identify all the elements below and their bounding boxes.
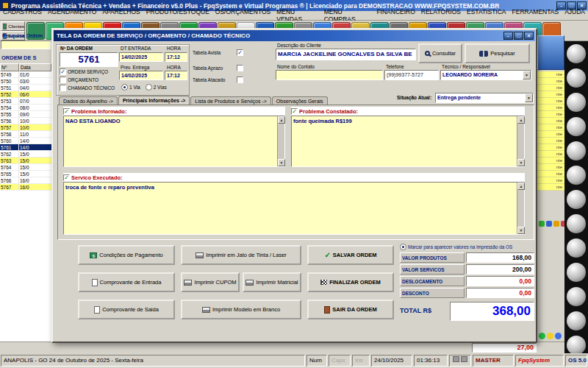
delivery-time-field[interactable]: 17:12 — [165, 71, 187, 80]
phone-field[interactable]: (99)99377-5727 — [384, 70, 439, 80]
scrollbar[interactable]: ▲ ▼ — [517, 183, 524, 234]
technician-select[interactable]: LEONARDO MOREIRA — [440, 70, 531, 80]
order-row-5750[interactable]: 575003/0 — [0, 78, 51, 85]
found-problem-textarea[interactable]: fonte queimada R$199 ▲ ▼ — [291, 116, 525, 167]
scrollbar[interactable]: ▲ ▼ — [517, 116, 524, 166]
order-row-5753[interactable]: 575307/0 — [0, 98, 51, 105]
delivery-date-field[interactable]: 14/02/2025 — [119, 71, 163, 80]
dialog-tab-1[interactable]: Dados do Aparelho -> — [59, 96, 118, 105]
exit-order-button[interactable]: SAIR DA ORDEM — [307, 300, 394, 319]
consult-button[interactable]: Consultar — [418, 43, 462, 63]
order-row-5763[interactable]: 576315/0 — [0, 158, 51, 164]
dialog-minimize-button[interactable]: - — [503, 32, 513, 40]
dialog-tab-2[interactable]: Principais Informações -> — [118, 96, 190, 105]
reported-problem-checkbox[interactable]: ✓ — [63, 108, 70, 115]
entry-time-field[interactable]: 17:12 — [165, 52, 187, 62]
dialog-tab-4[interactable]: Observações Gerais — [272, 96, 328, 105]
contact-name-field[interactable] — [276, 70, 383, 80]
tech-call-checkbox[interactable] — [60, 85, 66, 91]
order-row-5749[interactable]: 574901/0 — [0, 71, 51, 78]
print-coupon-button[interactable]: Imprimir CUPOM — [181, 272, 240, 292]
wholesale-table-checkbox[interactable] — [237, 77, 243, 83]
print-inkjet-button[interactable]: Imprimir em Jato de Tinta / Laser — [181, 245, 301, 265]
order-row-5766[interactable]: 576616/0 — [0, 177, 51, 184]
orders-total-bar: 27,00 — [0, 342, 564, 353]
column-header-num[interactable]: Nº — [0, 63, 19, 71]
order-row-5757[interactable]: 575710/0 — [0, 124, 51, 131]
statusbar: ANAPOLIS - GO 24 de Outubro de 2025 - Se… — [0, 353, 588, 368]
executed-service-checkbox[interactable]: ✓ — [63, 174, 70, 181]
reported-problem-textarea[interactable]: NAO ESTA LIGANDO ▲ ▼ — [63, 116, 285, 167]
exit-receipt-button[interactable]: Comprovante de Saida — [78, 300, 175, 319]
service-order-dialog: TELA DA ORDEM DE SERVIÇO / ORÇAMENTO / C… — [51, 28, 537, 343]
budget-label: ORÇAMENTO — [68, 77, 98, 82]
payment-terms-button[interactable]: $ Condições de Pagamento — [78, 245, 175, 265]
dialog-close-button[interactable]: × — [524, 32, 534, 40]
executed-service-text: troca de fonte e reparo preventiva — [65, 184, 515, 191]
executed-service-textarea[interactable]: troca de fonte e reparo preventiva ▲ ▼ — [63, 182, 525, 235]
technician-dropdown-arrow-icon[interactable]: ▼ — [523, 71, 531, 79]
printer-icon — [245, 280, 254, 286]
order-row-5764[interactable]: 576415/0 — [0, 164, 51, 171]
toolbar-tab-clientes[interactable]: Clientes — [1, 21, 25, 31]
order-row-5762[interactable]: 576215/0 — [0, 151, 51, 158]
order-row-5755[interactable]: 575509/0 — [0, 111, 51, 118]
order-status-cell: nte — [537, 171, 564, 177]
order-row-5767[interactable]: 576716/0 — [0, 184, 51, 191]
magnifier-icon — [425, 51, 430, 56]
one-copy-radio[interactable] — [121, 84, 128, 91]
scroll-up-icon[interactable]: ▲ — [517, 116, 525, 124]
status-icons — [449, 355, 471, 367]
order-row-5765[interactable]: 576515/0 — [0, 171, 51, 177]
order-row-5756[interactable]: 575610/0 — [0, 118, 51, 124]
scroll-up-icon[interactable]: ▲ — [517, 183, 525, 190]
scroll-down-icon[interactable]: ▼ — [278, 159, 285, 166]
order-row-5758[interactable]: 575811/0 — [0, 131, 51, 138]
search-button[interactable]: Pesquisar — [465, 43, 530, 63]
show-values-label: Marcar para aparecer valores na Impressã… — [408, 244, 512, 250]
print-blank-button[interactable]: Imprimir Modelo em Branco — [181, 300, 301, 319]
order-status-cell: nte — [537, 98, 564, 105]
scroll-down-icon[interactable]: ▼ — [517, 159, 525, 166]
menubar: CADASTROSAGENDAMENTOAPARELHOSPRODUTO/EST… — [0, 11, 588, 21]
order-status-cell: nte — [537, 71, 564, 78]
dialog-tabs: Dados do Aparelho ->Principais Informaçõ… — [59, 93, 329, 104]
decoration-ball — [567, 311, 586, 330]
order-row-5761[interactable]: 576114/0 — [0, 144, 51, 151]
dialog-tab-3[interactable]: Lista de Produtos e Serviços -> — [190, 96, 270, 105]
entry-date-field[interactable]: 14/02/2025 — [119, 52, 163, 62]
tech-call-label: CHAMADO TÉCNICO — [68, 85, 115, 91]
order-row-5754[interactable]: 575408/0 — [0, 105, 51, 111]
order-row-5752[interactable]: 575206/0 — [0, 91, 51, 98]
save-order-button[interactable]: ✓ SALVAR ORDEM — [307, 245, 394, 265]
budget-checkbox[interactable] — [60, 77, 66, 83]
column-header-date[interactable]: Data — [19, 63, 51, 71]
dialog-maximize-button[interactable]: □ — [514, 32, 523, 40]
two-copies-radio[interactable] — [146, 84, 152, 91]
current-status-select[interactable]: Entrega pendente — [435, 93, 534, 103]
entry-receipt-button[interactable]: Comprovante de Entrada — [78, 272, 175, 292]
print-inkjet-label: Imprimir em Jato de Tinta / Laser — [206, 252, 287, 258]
cash-table-label: Tabela Avista — [193, 50, 235, 55]
tech-call-checkbox-row: CHAMADO TÉCNICO — [60, 85, 115, 91]
search-orders-input[interactable] — [1, 40, 51, 49]
service-order-checkbox[interactable]: ✓ — [60, 68, 66, 75]
budget-checkbox-row: ORÇAMENTO — [60, 77, 98, 83]
search-button-label: Pesquisar — [490, 50, 514, 57]
order-row-5760[interactable]: 576014/0 — [0, 138, 51, 144]
scroll-down-icon[interactable]: ▼ — [517, 227, 525, 234]
status-dropdown-arrow-icon[interactable]: ▼ — [525, 93, 533, 102]
order-row-5751[interactable]: 575104/0 — [0, 85, 51, 91]
scroll-up-icon[interactable]: ▲ — [278, 116, 285, 124]
finalize-order-button[interactable]: FINALIZAR ORDEM — [307, 272, 394, 292]
order-status-cell: nte — [537, 124, 564, 131]
found-problem-checkbox[interactable]: ✓ — [291, 108, 298, 115]
client-name-field[interactable]: MARCIA JACKELINE GONCALVES DA SILVA BE — [276, 49, 416, 60]
show-values-radio[interactable] — [400, 244, 406, 250]
print-dotmatrix-button[interactable]: Imprimir Matricial — [243, 272, 301, 292]
payment-terms-label: Condições de Pagamento — [99, 252, 162, 258]
cash-table-checkbox[interactable]: ✓ — [237, 49, 243, 56]
totals-row: DESCONTO0,00 — [400, 287, 534, 299]
term-table-checkbox[interactable] — [237, 65, 243, 71]
scrollbar[interactable]: ▲ ▼ — [277, 116, 284, 166]
